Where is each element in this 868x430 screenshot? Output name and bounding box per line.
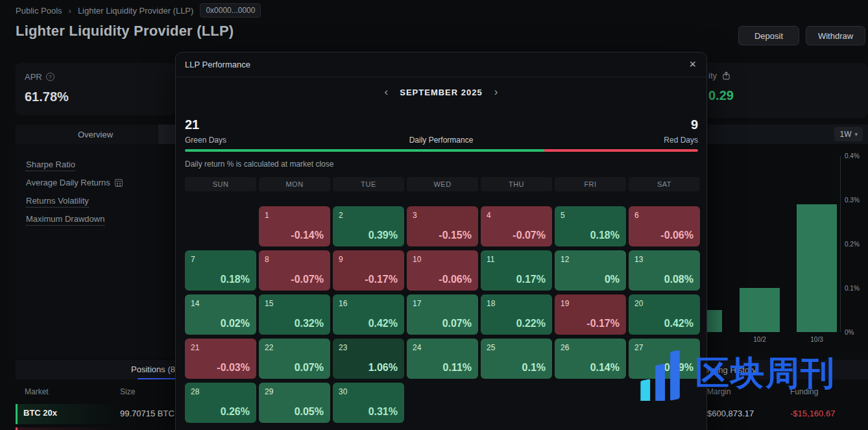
- weekday-chip: SUN: [185, 177, 256, 191]
- performance-calendar-grid: 1-0.14%20.39%3-0.15%4-0.07%50.18%6-0.06%…: [185, 206, 700, 423]
- day-return-value: 0.08%: [664, 274, 693, 285]
- col-header-size: Size: [120, 387, 135, 396]
- x-axis-tick: 10/2: [753, 336, 766, 343]
- tab-overview[interactable]: Overview: [16, 125, 175, 144]
- calendar-day-cell[interactable]: 21-0.03%: [185, 339, 256, 379]
- calendar-day-cell[interactable]: 70.18%: [185, 250, 256, 291]
- day-number: 28: [191, 387, 199, 396]
- daily-performance-label: Daily Performance: [176, 136, 706, 145]
- day-number: 18: [487, 299, 495, 308]
- calendar-day-cell[interactable]: 4-0.07%: [481, 206, 552, 246]
- calendar-day-cell[interactable]: 3-0.15%: [407, 206, 478, 246]
- calendar-day-cell[interactable]: 50.18%: [555, 206, 626, 246]
- help-icon[interactable]: ?: [46, 73, 54, 81]
- withdraw-button[interactable]: Withdraw: [806, 26, 865, 45]
- day-number: 12: [561, 255, 569, 264]
- calendar-day-cell[interactable]: 170.07%: [407, 294, 478, 335]
- weekday-header-row: SUNMONTUEWEDTHUFRISAT: [185, 177, 700, 191]
- calendar-day-cell[interactable]: 120%: [555, 250, 626, 291]
- day-return-value: 0.05%: [295, 406, 324, 418]
- close-icon[interactable]: ×: [689, 58, 696, 71]
- green-red-progress-bar: [185, 149, 698, 152]
- weekday-chip: THU: [481, 177, 552, 191]
- deposit-button[interactable]: Deposit: [738, 26, 799, 45]
- chart-toolbar: 1W ▾: [701, 125, 868, 144]
- apr-label: APR: [25, 72, 42, 82]
- calendar-day-cell[interactable]: 140.02%: [185, 294, 256, 335]
- calendar-day-cell[interactable]: 231.06%: [333, 339, 404, 379]
- day-return-value: 0.32%: [295, 318, 324, 329]
- calendar-day-cell[interactable]: 250.1%: [481, 339, 552, 379]
- day-return-value: -0.07%: [512, 230, 546, 241]
- tab-positions[interactable]: Positions (8: [16, 360, 175, 379]
- day-number: 7: [191, 255, 195, 264]
- link-sharpe-ratio[interactable]: Sharpe Ratio: [26, 160, 75, 171]
- day-return-value: 0.11%: [443, 362, 472, 374]
- calendar-day-cell[interactable]: 10-0.06%: [407, 250, 478, 291]
- link-maximum-drawdown[interactable]: Maximum Drawdown: [26, 214, 104, 226]
- day-number: 13: [634, 255, 643, 264]
- calendar-day-cell[interactable]: 290.05%: [259, 383, 330, 423]
- day-return-value: 0.07%: [295, 362, 324, 374]
- day-number: 24: [413, 343, 421, 352]
- breadcrumb-separator-icon: ›: [69, 6, 71, 16]
- day-number: 30: [339, 387, 347, 396]
- day-number: 26: [561, 343, 569, 352]
- day-return-value: 0.18%: [590, 230, 620, 241]
- next-month-icon[interactable]: ›: [494, 87, 498, 97]
- chart-bar: [705, 310, 722, 332]
- apr-card: APR ? 61.78%: [16, 63, 175, 115]
- month-navigation: ‹ SEPTEMBER 2025 ›: [176, 87, 706, 97]
- weekday-chip: MON: [259, 177, 330, 191]
- day-return-value: 1.06%: [368, 362, 398, 374]
- link-returns-volatility[interactable]: Returns Volatility: [26, 196, 89, 208]
- table-row-partial[interactable]: [16, 427, 175, 430]
- modal-title: LLP Performance: [185, 60, 250, 69]
- day-number: 2: [339, 211, 343, 220]
- day-return-value: 0.07%: [442, 318, 472, 329]
- calendar-day-cell[interactable]: 110.17%: [481, 250, 552, 291]
- calendar-day-cell[interactable]: 200.42%: [629, 294, 700, 335]
- weekday-chip: TUE: [333, 177, 404, 191]
- day-number: 11: [487, 255, 494, 264]
- calendar-day-cell[interactable]: 9-0.17%: [333, 250, 404, 291]
- tab-performance-partial[interactable]: [158, 125, 175, 144]
- calendar-day-cell[interactable]: 130.08%: [629, 250, 700, 291]
- y-axis-tick: 0%: [845, 329, 868, 336]
- day-return-value: -0.07%: [291, 274, 324, 285]
- calendar-day-cell[interactable]: 20.39%: [333, 206, 404, 246]
- calendar-day-cell[interactable]: 300.31%: [333, 383, 404, 423]
- calendar-day-cell[interactable]: 180.22%: [481, 294, 552, 335]
- calendar-day-cell[interactable]: 220.07%: [259, 339, 330, 379]
- day-return-value: 0.42%: [368, 318, 398, 329]
- share-icon[interactable]: [722, 71, 730, 80]
- calendar-day-cell[interactable]: 19-0.17%: [555, 294, 626, 335]
- calendar-day-cell[interactable]: 8-0.07%: [259, 250, 330, 291]
- day-number: 5: [561, 211, 565, 220]
- pool-address-chip[interactable]: 0x0000...0000: [200, 3, 261, 18]
- breadcrumb-root[interactable]: Public Pools: [16, 6, 62, 16]
- day-number: 9: [339, 255, 343, 264]
- day-return-value: -0.15%: [439, 230, 472, 241]
- calendar-day-cell[interactable]: 160.42%: [333, 294, 404, 335]
- prev-month-icon[interactable]: ‹: [385, 87, 389, 97]
- modal-header: LLP Performance ×: [176, 53, 706, 77]
- day-number: 4: [487, 211, 491, 220]
- range-selector[interactable]: 1W ▾: [834, 127, 863, 141]
- active-tab-underline: [138, 378, 175, 379]
- day-number: 15: [265, 299, 273, 308]
- calendar-day-cell[interactable]: 6-0.06%: [629, 206, 700, 246]
- red-days-label: Red Days: [664, 136, 698, 145]
- y-axis-tick: 0.3%: [845, 197, 868, 204]
- day-return-value: 0.26%: [221, 406, 250, 418]
- x-axis-tick: 10/3: [810, 336, 823, 343]
- day-return-value: -0.17%: [365, 274, 398, 285]
- calendar-day-cell[interactable]: 260.14%: [555, 339, 626, 379]
- calendar-day-cell[interactable]: 240.11%: [407, 339, 478, 379]
- calendar-day-cell[interactable]: 280.26%: [185, 383, 256, 423]
- calendar-day-cell[interactable]: 150.32%: [259, 294, 330, 335]
- calendar-day-cell[interactable]: 1-0.14%: [259, 206, 330, 246]
- link-average-daily-returns[interactable]: Average Daily Returns: [26, 178, 123, 187]
- weekday-chip: SAT: [629, 177, 700, 191]
- day-number: 23: [339, 343, 347, 352]
